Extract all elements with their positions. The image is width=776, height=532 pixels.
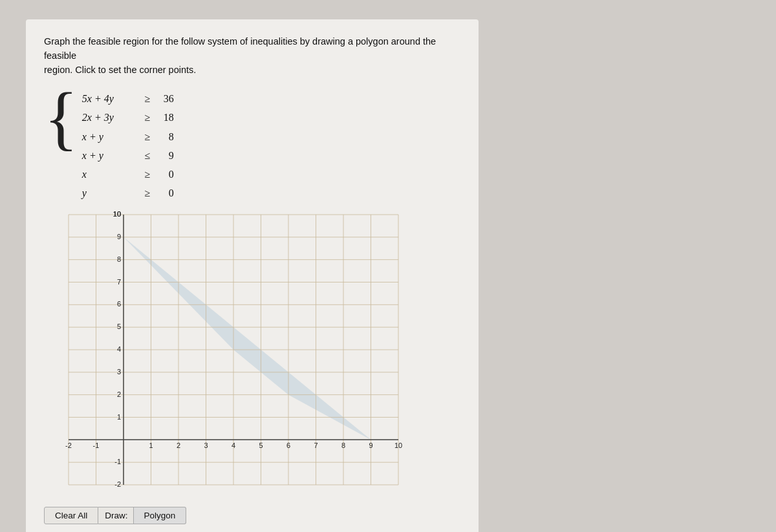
graph-area[interactable] — [44, 208, 460, 505]
ineq-op-1: ≥ — [140, 109, 155, 126]
ineq-lhs-3: x + y — [82, 147, 140, 164]
ineq-op-4: ≥ — [140, 165, 155, 183]
ineq-rhs-3: 9 — [155, 147, 174, 164]
ineq-row-0: 5x + 4y ≥ 36 — [82, 90, 174, 107]
ineq-lhs-1: 2x + 3y — [82, 109, 140, 126]
ineq-rhs-5: 0 — [155, 184, 174, 202]
ineq-rhs-4: 0 — [155, 165, 174, 183]
button-row: Clear All Draw: Polygon — [44, 507, 460, 524]
instructions: Graph the feasible region for the follow… — [44, 35, 460, 77]
main-card: Graph the feasible region for the follow… — [26, 19, 479, 532]
ineq-op-0: ≥ — [140, 90, 155, 107]
graph-canvas[interactable] — [44, 208, 406, 505]
ineq-lhs-0: 5x + 4y — [82, 90, 140, 107]
ineq-lhs-4: x — [82, 165, 140, 183]
ineq-lhs-5: y — [82, 184, 140, 202]
ineq-lhs-2: x + y — [82, 128, 140, 145]
clear-all-button[interactable]: Clear All — [44, 507, 98, 524]
brace-symbol: { — [44, 82, 78, 153]
ineq-row-3: x + y ≤ 9 — [82, 147, 174, 164]
instruction-line1: Graph the feasible region for the follow… — [44, 36, 436, 61]
instruction-line2: region. Click to set the corner points. — [44, 65, 196, 75]
ineq-rhs-1: 18 — [155, 109, 174, 126]
ineq-op-5: ≥ — [140, 184, 155, 202]
ineq-op-3: ≤ — [140, 147, 155, 164]
ineq-row-2: x + y ≥ 8 — [82, 128, 174, 145]
draw-label: Draw: — [98, 507, 133, 524]
ineq-rhs-2: 8 — [155, 128, 174, 145]
ineq-row-1: 2x + 3y ≥ 18 — [82, 109, 174, 126]
inequalities-list: 5x + 4y ≥ 36 2x + 3y ≥ 18 x + y ≥ 8 x + … — [82, 90, 174, 202]
ineq-row-4: x ≥ 0 — [82, 165, 174, 183]
ineq-row-5: y ≥ 0 — [82, 184, 174, 202]
system-container: { 5x + 4y ≥ 36 2x + 3y ≥ 18 x + y ≥ 8 x … — [44, 87, 460, 202]
polygon-button[interactable]: Polygon — [134, 507, 187, 524]
ineq-op-2: ≥ — [140, 128, 155, 145]
ineq-rhs-0: 36 — [155, 90, 174, 107]
